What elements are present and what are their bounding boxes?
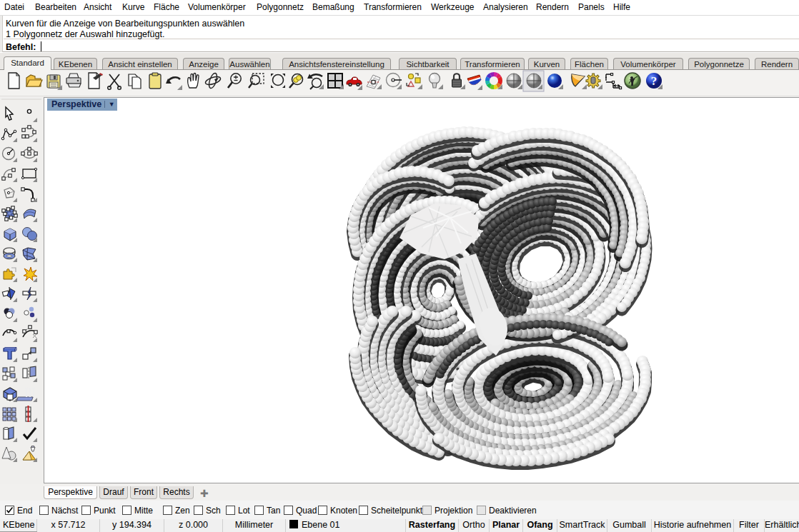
svg-text:?: ? — [651, 74, 657, 88]
